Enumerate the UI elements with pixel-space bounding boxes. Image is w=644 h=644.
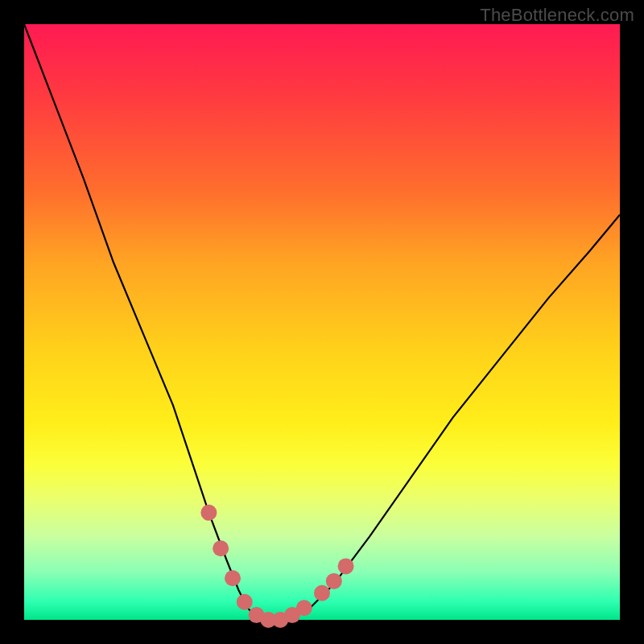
chart-svg xyxy=(24,24,620,620)
curve-markers-group xyxy=(200,505,353,628)
curve-marker xyxy=(326,573,342,589)
curve-marker xyxy=(338,558,354,574)
curve-marker xyxy=(314,585,330,601)
curve-marker xyxy=(237,594,253,610)
watermark-text: TheBottleneck.com xyxy=(480,5,634,26)
curve-marker xyxy=(200,505,217,521)
curve-marker xyxy=(296,600,312,616)
curve-marker xyxy=(213,540,229,556)
bottleneck-curve xyxy=(24,24,620,620)
curve-marker xyxy=(225,570,241,586)
